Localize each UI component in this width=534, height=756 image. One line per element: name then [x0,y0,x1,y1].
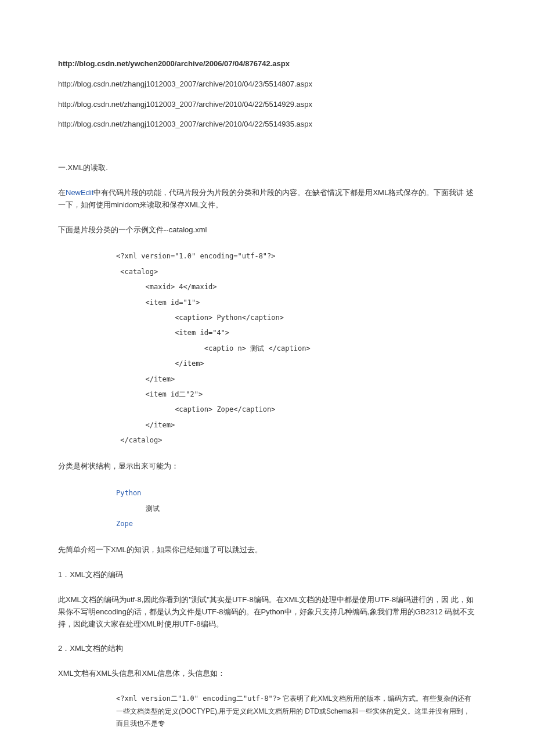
url-link-4[interactable]: http://blog.csdn.net/zhangj1012003_2007/… [58,118,476,131]
code-line: </item> [116,372,476,387]
paragraph-structure: XML文档有XML头信息和XML信息体，头信息如： [58,668,476,680]
tree-item-zope[interactable]: Zope [116,520,133,528]
url-link-1[interactable]: http://blog.csdn.net/ywchen2000/archive/… [58,58,476,70]
intro-prefix: 在 [58,188,66,197]
code-line: <item id二"2"> [116,387,476,402]
code-line: <captio n> 测试 </caption> [116,341,476,356]
code-line: </item> [116,356,476,371]
code-line: <catalog> [116,264,476,279]
url-link-3[interactable]: http://blog.csdn.net/zhangj1012003_2007/… [58,99,476,111]
url-link-2[interactable]: http://blog.csdn.net/zhangj1012003_2007/… [58,78,476,91]
tree-item-test-text: 测试 [146,505,160,513]
code-line: <item id="1"> [116,295,476,310]
quote-code: <?xml version二"1.0" encoding二"utf-8"?> [116,694,281,703]
heading-structure: 2．XML文档的结构 [58,643,476,655]
code-line: <?xml version="1.0" encoding="utf-8"?> [116,249,476,264]
code-line: </item> [116,417,476,433]
code-line: </catalog> [116,433,476,448]
code-line: <caption> Python</caption> [116,310,476,325]
quote-block: <?xml version二"1.0" encoding二"utf-8"?> 它… [116,693,476,730]
code-line: <item id="4"> [116,325,476,340]
xml-code-block: <?xml version="1.0" encoding="utf-8"?> <… [116,249,476,448]
tree-intro: 分类是树状结构，显示出来可能为： [58,460,476,473]
intro-suffix: 中有代码片段的功能，代码片段分为片段的分类和片段的内容。在缺省情况下都是用XML… [58,188,474,209]
code-line: <maxid> 4</maxid> [116,279,476,294]
example-intro: 下面是片段分类的一个示例文件--catalog.xml [58,224,476,236]
tree-block: Python 测试 Zope [116,485,476,531]
newedit-link[interactable]: NewEdit [66,188,93,197]
intro-paragraph: 在NewEdit中有代码片段的功能，代码片段分为片段的分类和片段的内容。在缺省情… [58,187,476,211]
paragraph-encoding: 此XML文档的编码为utf-8,因此你看到的''测试"其实是UTF-8编码。在X… [58,594,476,630]
section-1-title: 一.XML的读取. [58,162,476,174]
tree-item-python[interactable]: Python [116,489,141,497]
heading-encoding: 1．XML文档的编码 [58,569,476,581]
tree-item-test [116,505,146,513]
code-line: <caption> Zope</caption> [116,402,476,417]
skip-note: 先简单介绍一下XML的知识，如果你已经知道了可以跳过去。 [58,544,476,556]
